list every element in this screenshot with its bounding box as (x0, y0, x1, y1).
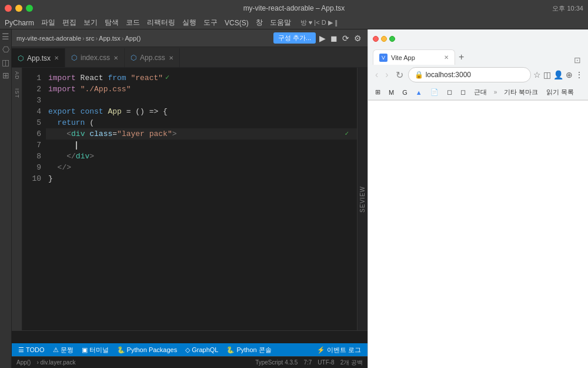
browser-tab-close-btn[interactable]: ✕ (444, 54, 449, 61)
bookmark-reading-list[interactable]: 읽기 목록 (544, 87, 576, 98)
bookmark-other[interactable]: 기타 북마크 (502, 87, 540, 98)
tab-app-css[interactable]: ⬡ App.css ✕ (125, 48, 180, 67)
address-bar[interactable]: 🔒 localhost:3000 (408, 67, 531, 82)
browser-profile-icon[interactable]: 👤 (553, 70, 563, 79)
token-const: const (81, 106, 103, 117)
token-indent-5 (48, 117, 58, 128)
settings-button[interactable]: ⚙ (353, 32, 363, 44)
activity-search-icon[interactable]: ⎔ (2, 45, 9, 54)
menu-pycharm[interactable]: PyCharm (5, 19, 34, 27)
panel-icon-1[interactable]: AD (14, 71, 20, 80)
status-terminal[interactable]: ▣ 터미널 (80, 346, 111, 354)
menu-room[interactable]: 방 ♥ |< D ▶ ‖ (300, 18, 338, 27)
status-events[interactable]: ⚡ 이벤트 로그 (315, 346, 363, 354)
status-python-packages[interactable]: 🐍 Python Packages (115, 346, 179, 354)
token-brace: { (158, 106, 168, 117)
bookmark-g[interactable]: G (400, 88, 410, 97)
minimize-button[interactable] (15, 5, 22, 12)
activity-explorer-icon[interactable]: ☰ (2, 32, 9, 41)
menu-help[interactable]: 도움말 (270, 18, 291, 28)
menu-vcs[interactable]: VCS(S) (225, 19, 249, 27)
add-config-button[interactable]: 구성 추가... (273, 32, 316, 44)
menu-run[interactable]: 실행 (182, 18, 196, 28)
right-panel-label[interactable]: SEVIEW (357, 68, 368, 330)
browser-restore-btn[interactable]: ⊡ (572, 55, 583, 65)
panel-icon-2[interactable]: IST (14, 88, 20, 98)
token-indent-7 (48, 140, 76, 151)
token-import-1: import (48, 72, 76, 84)
system-clock: 오후 10:34 (552, 4, 583, 13)
browser-close-dot[interactable] (373, 36, 379, 42)
browser-refresh-btn[interactable]: ↻ (393, 68, 406, 82)
browser-panel: V Vite App ✕ + ⊡ ‹ › ↻ 🔒 localhost:3000 (368, 29, 588, 368)
menu-nav[interactable]: 탐색 (105, 18, 119, 28)
bottom-info-right: TypeScript 4.3.5 7:7 UTF-8 2개 공백 (255, 359, 363, 367)
status-graphql[interactable]: ◇ GraphQL (183, 346, 220, 354)
tab-app-tsx-close[interactable]: ✕ (54, 55, 59, 61)
browser-star-icon[interactable]: ☆ (533, 70, 541, 79)
browser-new-tab-btn[interactable]: + (455, 49, 467, 65)
bookmark-apps[interactable]: ⊞ (373, 87, 383, 97)
bookmark-drive-icon: ▲ (416, 89, 422, 96)
line-num-2: 2 (22, 84, 41, 95)
tab-index-css-label: index.css (81, 54, 110, 62)
breadcrumb-symbol: App() (125, 35, 141, 42)
browser-active-tab[interactable]: V Vite App ✕ (373, 49, 455, 65)
terminal-icon: ▣ (82, 346, 88, 354)
line-num-3: 3 (22, 95, 41, 106)
bookmark-docs-icon: 📄 (430, 88, 439, 96)
browser-min-dot[interactable] (381, 36, 387, 42)
events-icon: ⚡ (317, 346, 325, 354)
status-problems[interactable]: ⚠ 문쩡 (51, 346, 75, 354)
line-num-8: 8 (22, 151, 41, 162)
token-close-open-8: </ (66, 151, 76, 162)
bookmark-geundae[interactable]: 근대 (472, 87, 489, 98)
browser-max-dot[interactable] (389, 36, 395, 42)
cursor (76, 141, 77, 150)
maximize-button[interactable] (26, 5, 33, 12)
bookmark-gmail[interactable]: M (386, 88, 396, 97)
rerun-button[interactable]: ⟳ (341, 32, 350, 44)
window-title: my-vite-react-adorable – App.tsx (243, 4, 345, 12)
bookmark-drive[interactable]: ▲ (413, 88, 425, 97)
tab-index-css[interactable]: ⬡ index.css ✕ (65, 48, 125, 67)
code-line-1: import React from "react" ✓ (46, 72, 357, 84)
status-todo[interactable]: ☰ TODO (16, 346, 46, 354)
bookmark-docs[interactable]: 📄 (428, 87, 441, 97)
run-button[interactable]: ▶ (318, 32, 327, 44)
code-line-9: </> (46, 162, 357, 173)
menu-tools[interactable]: 도구 (203, 18, 218, 28)
browser-extensions-icon[interactable]: ⊕ (566, 70, 573, 79)
menu-edit[interactable]: 편집 (62, 18, 76, 28)
browser-cast-icon[interactable]: ◫ (543, 70, 551, 79)
tab-app-tsx[interactable]: ⬡ App.tsx ✕ (12, 48, 65, 67)
bookmark-item-6[interactable]: ◻ (458, 87, 468, 97)
graphql-icon: ◇ (185, 346, 190, 354)
tab-app-tsx-label: App.tsx (27, 54, 51, 62)
problems-icon: ⚠ (53, 346, 59, 354)
menu-code[interactable]: 코드 (126, 18, 140, 28)
activity-git-icon[interactable]: ◫ (2, 58, 9, 67)
left-panel-icons: AD IST (12, 68, 22, 330)
tab-index-css-close[interactable]: ✕ (113, 55, 118, 61)
python-console-icon: 🐍 (226, 346, 235, 354)
browser-favicon: V (379, 54, 387, 62)
stop-button[interactable]: ◼ (329, 32, 339, 44)
activity-debug-icon[interactable]: ⊞ (2, 71, 9, 80)
events-label: 이벤트 로그 (327, 346, 361, 354)
close-button[interactable] (5, 5, 12, 12)
bookmark-item-5[interactable]: ◻ (445, 87, 455, 97)
menu-file[interactable]: 파일 (41, 18, 55, 28)
tab-app-css-close[interactable]: ✕ (169, 55, 173, 61)
menu-window[interactable]: 창 (256, 18, 263, 28)
browser-menu-icon[interactable]: ⋮ (575, 70, 583, 79)
browser-back-btn[interactable]: ‹ (373, 68, 380, 81)
python-console-label: Python 콘솔 (236, 346, 271, 354)
code-content[interactable]: import React from "react" ✓ import "./Ap… (46, 68, 357, 330)
menu-refactor[interactable]: 리팩터링 (147, 18, 175, 28)
code-editor[interactable]: 1 2 3 4 5 6 7 8 9 10 import React (22, 68, 357, 330)
menu-view[interactable]: 보기 (83, 18, 98, 28)
status-python-console[interactable]: 🐍 Python 콘솔 (225, 346, 273, 354)
browser-forward-btn[interactable]: › (383, 68, 390, 81)
browser-action-icons: ☆ ◫ 👤 ⊕ ⋮ (533, 70, 583, 79)
